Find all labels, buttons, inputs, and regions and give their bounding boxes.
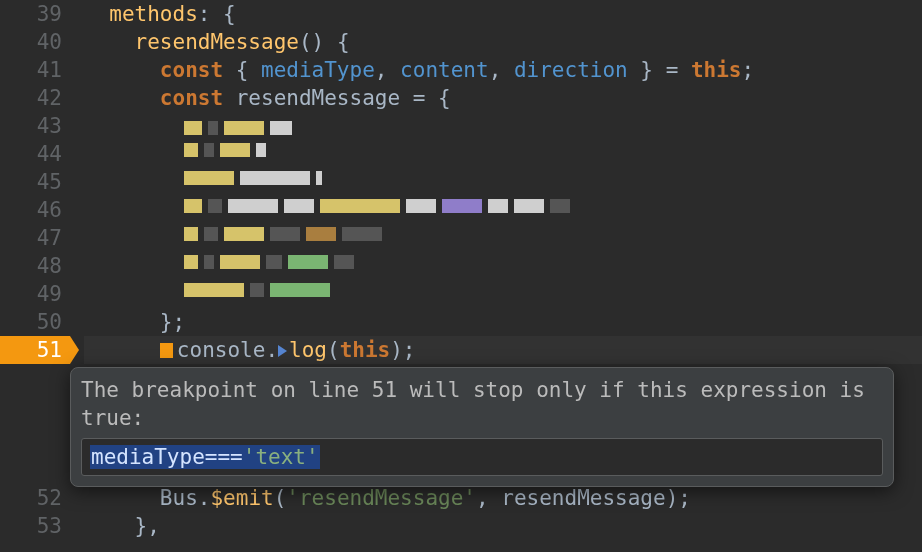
identifier: console <box>177 338 266 362</box>
method-name: resendMessage <box>135 30 299 54</box>
line-number[interactable]: 50 <box>0 308 62 336</box>
punctuation: { <box>223 58 261 82</box>
identifier: content <box>400 58 489 82</box>
condition-input[interactable]: mediaType==='text' <box>81 438 883 476</box>
punctuation: . <box>198 486 211 510</box>
punctuation: = { <box>413 86 451 110</box>
method-call: $emit <box>210 486 273 510</box>
identifier: resendMessage <box>501 486 665 510</box>
punctuation: , <box>476 486 501 510</box>
line-number[interactable]: 46 <box>0 196 62 224</box>
code-line[interactable]: methods: { <box>84 0 922 28</box>
property-name: methods <box>109 2 198 26</box>
punctuation: ( <box>327 338 340 362</box>
punctuation: : <box>198 2 211 26</box>
code-line-obscured <box>84 252 922 280</box>
code-line-obscured <box>84 168 922 196</box>
code-line-obscured <box>84 196 922 224</box>
identifier: Bus <box>160 486 198 510</box>
code-line[interactable]: const resendMessage = { <box>84 84 922 112</box>
punctuation: ); <box>390 338 415 362</box>
selected-text: mediaType==='text' <box>90 445 320 469</box>
identifier: mediaType <box>261 58 375 82</box>
line-number[interactable]: 40 <box>0 28 62 56</box>
breakpoint-line-number[interactable]: 51 <box>0 336 70 364</box>
line-number[interactable]: 42 <box>0 84 62 112</box>
punctuation: . <box>265 338 278 362</box>
identifier: direction <box>514 58 628 82</box>
line-number[interactable]: 49 <box>0 280 62 308</box>
popup-label: The breakpoint on line 51 will stop only… <box>81 376 883 432</box>
line-number[interactable]: 47 <box>0 224 62 252</box>
code-line[interactable]: resendMessage() { <box>84 28 922 56</box>
code-line-obscured <box>84 140 922 168</box>
punctuation: ; <box>742 58 755 82</box>
string-literal: 'resendMessage' <box>286 486 476 510</box>
code-line[interactable]: const { mediaType, content, direction } … <box>84 56 922 84</box>
line-number[interactable]: 45 <box>0 168 62 196</box>
step-marker-icon <box>278 345 287 357</box>
punctuation: }; <box>160 310 185 334</box>
code-line[interactable]: }; <box>84 308 922 336</box>
line-number[interactable]: 48 <box>0 252 62 280</box>
punctuation: { <box>210 2 235 26</box>
punctuation: ); <box>666 486 691 510</box>
expr-string: 'text' <box>243 445 319 469</box>
line-number[interactable]: 44 <box>0 140 62 168</box>
code-line-obscured <box>84 280 922 308</box>
punctuation: } = <box>628 58 691 82</box>
code-line-obscured <box>84 224 922 252</box>
line-number[interactable]: 52 <box>0 484 62 512</box>
line-number[interactable]: 53 <box>0 512 62 540</box>
punctuation: }, <box>135 514 160 538</box>
line-number[interactable]: 41 <box>0 56 62 84</box>
code-line-breakpoint[interactable]: console.log(this); <box>84 336 922 364</box>
conditional-breakpoint-popup[interactable]: The breakpoint on line 51 will stop only… <box>70 367 894 487</box>
identifier: resendMessage <box>223 86 413 110</box>
punctuation: , <box>375 58 400 82</box>
punctuation: ( <box>274 486 287 510</box>
method-call: log <box>289 338 327 362</box>
breakpoint-icon[interactable] <box>160 343 173 358</box>
expr-operator: === <box>205 445 243 469</box>
keyword: const <box>160 86 223 110</box>
line-number[interactable]: 43 <box>0 112 62 140</box>
keyword-this: this <box>691 58 742 82</box>
line-number[interactable]: 39 <box>0 0 62 28</box>
keyword-this: this <box>340 338 391 362</box>
expr-identifier: mediaType <box>91 445 205 469</box>
keyword: const <box>160 58 223 82</box>
punctuation: () { <box>299 30 350 54</box>
punctuation: , <box>489 58 514 82</box>
code-line[interactable]: Bus.$emit('resendMessage', resendMessage… <box>84 484 922 512</box>
line-number-gutter[interactable]: 39 40 41 42 43 44 45 46 47 48 49 50 51 5… <box>0 0 70 552</box>
code-line[interactable]: }, <box>84 512 922 540</box>
code-line-obscured <box>84 112 922 140</box>
